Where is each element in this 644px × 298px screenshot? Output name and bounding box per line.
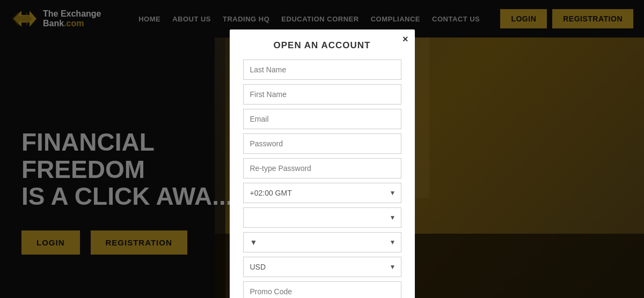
modal-title: OPEN AN ACCOUNT — [243, 40, 401, 51]
country-select[interactable]: United States United Kingdom Germany Fra… — [243, 207, 401, 228]
currency-select-wrapper: USD EUR GBP ▼ — [243, 257, 401, 277]
phone-prefix-select[interactable]: ▼ +1 +44 +49 — [243, 232, 401, 252]
timezone-select[interactable]: +02:00 GMT +00:00 GMT +01:00 GMT +03:00 … — [243, 183, 401, 203]
modal-overlay: × OPEN AN ACCOUNT +02:00 GMT +00:00 GMT … — [0, 0, 644, 298]
last-name-input[interactable] — [243, 59, 401, 80]
country-select-wrapper: United States United Kingdom Germany Fra… — [243, 207, 401, 228]
first-name-input[interactable] — [243, 84, 401, 105]
email-input[interactable] — [243, 109, 401, 129]
currency-select[interactable]: USD EUR GBP — [243, 257, 401, 277]
timezone-select-wrapper: +02:00 GMT +00:00 GMT +01:00 GMT +03:00 … — [243, 183, 401, 203]
modal-close-button[interactable]: × — [402, 34, 408, 45]
open-account-modal: × OPEN AN ACCOUNT +02:00 GMT +00:00 GMT … — [230, 29, 415, 298]
password-input[interactable] — [243, 133, 401, 154]
retype-password-input[interactable] — [243, 158, 401, 178]
phone-prefix-wrapper: ▼ +1 +44 +49 ▼ — [243, 232, 401, 252]
promo-code-input[interactable] — [243, 281, 401, 298]
